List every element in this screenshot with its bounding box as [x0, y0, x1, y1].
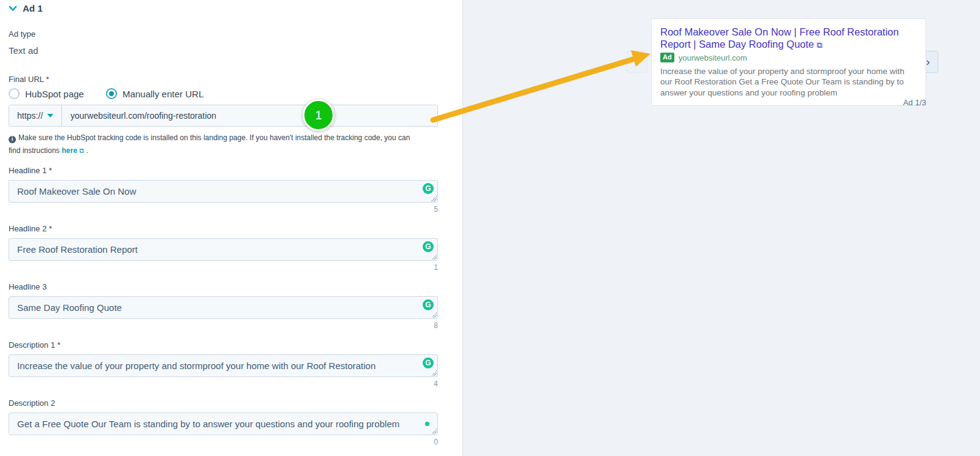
grammarly-icon[interactable]: G — [423, 299, 434, 310]
headline3-input[interactable]: Same Day Roofing Quote — [9, 296, 438, 319]
grammarly-dot-icon[interactable] — [425, 422, 429, 426]
headline2-char-counter: 1 — [9, 263, 438, 272]
description1-label: Description 1 * — [9, 340, 438, 349]
protocol-dropdown[interactable]: https:// — [9, 105, 62, 126]
ad-section-title: Ad 1 — [23, 3, 43, 13]
headline1-label: Headline 1 * — [9, 166, 438, 175]
headline3-label: Headline 3 — [9, 282, 438, 291]
preview-prev-button[interactable]: ‹ — [627, 51, 647, 73]
preview-ad-description: Increase the value of your property and … — [660, 66, 917, 98]
resize-handle-icon[interactable] — [431, 196, 437, 201]
preview-ad-title[interactable]: Roof Makeover Sale On Now | Free Roof Re… — [660, 26, 917, 50]
headline2-input[interactable]: Free Roof Restoration Report — [9, 238, 438, 261]
ad-type-value: Text ad — [9, 45, 38, 56]
radio-selected-icon[interactable] — [106, 88, 117, 99]
ad-edit-panel: Ad 1 Ad type Text ad Final URL * HubSpot… — [0, 0, 462, 456]
description2-input[interactable]: Get a Free Quote Our Team is standing by… — [9, 413, 438, 435]
preview-url-row: Ad yourwebsiteurl.com — [660, 53, 917, 62]
info-icon: i — [9, 136, 16, 143]
preview-display-url: yourwebsiteurl.com — [679, 53, 747, 62]
preview-pager: Ad 1/3 — [651, 98, 926, 107]
headline1-input[interactable]: Roof Makeover Sale On Now — [9, 180, 438, 203]
final-url-input[interactable] — [62, 105, 437, 126]
external-link-icon: ⧉ — [817, 40, 823, 50]
resize-handle-icon[interactable] — [431, 428, 437, 434]
tracking-note-suffix: . — [86, 146, 88, 155]
description2-label: Description 2 — [9, 398, 438, 408]
resize-handle-icon[interactable] — [431, 370, 437, 376]
step-number-badge: 1 — [303, 99, 334, 131]
description2-block: Description 2 Get a Free Quote Our Team … — [9, 398, 438, 446]
radio-hubspot-page-label: HubSpot page — [25, 89, 84, 99]
ads-editor-page: Ad 1 Ad type Text ad Final URL * HubSpot… — [0, 0, 980, 456]
chevron-right-icon: › — [926, 55, 930, 69]
final-url-label: Final URL * — [9, 75, 49, 84]
description1-char-counter: 4 — [9, 379, 438, 388]
protocol-value: https:// — [17, 111, 43, 121]
final-url-field: https:// — [9, 105, 438, 127]
ad-type-label: Ad type — [9, 29, 36, 39]
headline2-block: Headline 2 * Free Roof Restoration Repor… — [9, 224, 438, 272]
description2-char-counter: 0 — [9, 438, 438, 446]
chevron-down-icon[interactable] — [9, 6, 17, 12]
ad-badge: Ad — [660, 53, 674, 62]
headline1-char-counter: 5 — [9, 205, 438, 214]
description1-block: Description 1 * Increase the value of yo… — [9, 340, 438, 388]
radio-manual-url-label: Manually enter URL — [123, 89, 204, 99]
tracking-code-note: iMake sure the HubSpot tracking code is … — [9, 132, 410, 157]
caret-down-icon — [47, 114, 53, 118]
headline2-label: Headline 2 * — [9, 224, 438, 233]
external-link-icon: ⧉ — [79, 147, 84, 154]
grammarly-icon[interactable]: G — [423, 183, 434, 194]
grammarly-icon[interactable]: G — [423, 357, 434, 368]
grammarly-icon[interactable]: G — [423, 241, 434, 252]
radio-unselected-icon[interactable] — [9, 88, 20, 99]
ad-preview-card: Roof Makeover Sale On Now | Free Roof Re… — [651, 18, 926, 106]
resize-handle-icon[interactable] — [431, 312, 437, 318]
headline1-block: Headline 1 * Roof Makeover Sale On Now G… — [9, 166, 438, 214]
radio-manual-url[interactable]: Manually enter URL — [106, 88, 204, 99]
radio-hubspot-page[interactable]: HubSpot page — [9, 88, 84, 99]
ad-section-header[interactable]: Ad 1 — [9, 3, 43, 13]
resize-handle-icon[interactable] — [431, 254, 437, 260]
chevron-left-icon: ‹ — [635, 55, 639, 69]
headline3-block: Headline 3 Same Day Roofing Quote G 8 — [9, 282, 438, 330]
final-url-source-radios: HubSpot page Manually enter URL — [9, 88, 203, 99]
headline3-char-counter: 8 — [9, 321, 438, 330]
description1-input[interactable]: Increase the value of your property and … — [9, 354, 438, 377]
instructions-link[interactable]: here — [62, 146, 77, 155]
